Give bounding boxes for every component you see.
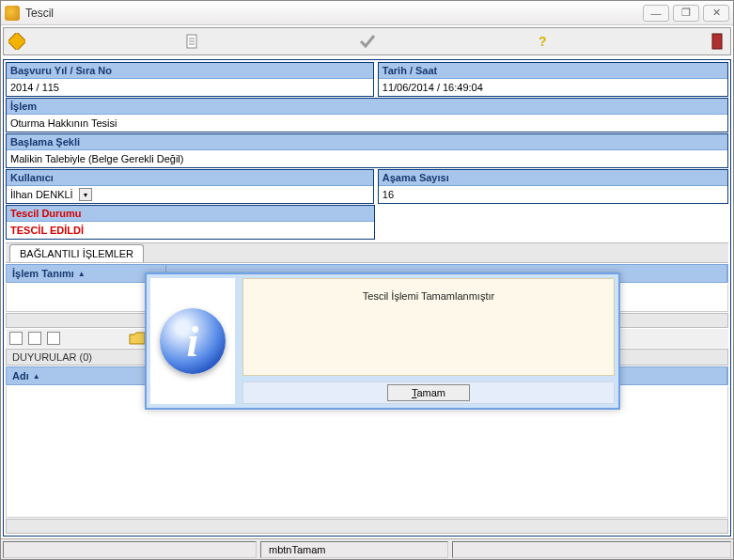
- maximize-button[interactable]: ❐: [673, 5, 699, 22]
- statusbar: mbtnTamam: [1, 538, 733, 559]
- dialog-message: Tescil İşlemi Tamamlanmıştır: [242, 278, 615, 376]
- field-basvuru: Başvuru Yıl / Sıra No 2014 / 115: [6, 62, 374, 97]
- app-icon: [5, 6, 20, 21]
- label-islem: İşlem: [7, 99, 727, 115]
- tool-btn-3[interactable]: [47, 332, 60, 345]
- info-icon: i: [150, 278, 235, 404]
- label-baslama: Başlama Şekli: [7, 134, 727, 150]
- status-cell-text: mbtnTamam: [260, 541, 448, 558]
- ok-button-rest: amam: [416, 387, 445, 398]
- field-asama: Aşama Sayısı 16: [378, 169, 728, 204]
- minimize-button[interactable]: —: [643, 5, 669, 22]
- label-kullanici: Kullanıcı: [7, 170, 373, 186]
- label-tarih: Tarih / Saat: [379, 63, 727, 79]
- value-kullanici[interactable]: İlhan DENKLİ ▾: [7, 186, 373, 203]
- value-tescil-durumu: TESCİL EDİLDİ: [7, 222, 374, 239]
- svg-rect-6: [712, 34, 722, 49]
- titlebar: Tescil — ❐ ✕: [1, 1, 733, 25]
- info-dialog: i Tescil İşlemi Tamamlanmıştır Tamam: [145, 272, 620, 410]
- exit-icon[interactable]: [708, 32, 726, 51]
- sort-asc-icon: ▲: [78, 270, 86, 278]
- label-basvuru: Başvuru Yıl / Sıra No: [7, 63, 373, 79]
- col-islem-tanimi[interactable]: İşlem Tanımı ▲: [7, 265, 166, 282]
- field-islem: İşlem Oturma Hakkının Tesisi: [6, 98, 728, 132]
- window-controls: — ❐ ✕: [643, 5, 729, 22]
- svg-text:?: ?: [539, 34, 547, 49]
- label-asama: Aşama Sayısı: [379, 170, 727, 186]
- field-baslama: Başlama Şekli Malikin Talebiyle (Belge G…: [6, 133, 728, 168]
- application-window: Tescil — ❐ ✕ ?: [0, 0, 734, 560]
- main-toolbar: ?: [3, 27, 731, 55]
- tool-btn-2[interactable]: [28, 332, 41, 345]
- status-cell-1: [3, 541, 257, 558]
- value-basvuru: 2014 / 115: [7, 79, 373, 96]
- value-islem: Oturma Hakkının Tesisi: [7, 115, 727, 132]
- value-asama: 16: [379, 186, 727, 203]
- text-kullanici: İlhan DENKLİ: [10, 189, 73, 200]
- document-icon[interactable]: [182, 32, 201, 51]
- status-cell-3: [452, 541, 731, 558]
- field-tarih: Tarih / Saat 11/06/2014 / 16:49:04: [378, 62, 728, 97]
- help-icon[interactable]: ?: [533, 32, 552, 51]
- value-tarih: 11/06/2014 / 16:49:04: [379, 79, 727, 96]
- tab-strip: BAĞLANTILI İŞLEMLER: [6, 242, 728, 263]
- diamond-icon[interactable]: [8, 32, 26, 51]
- ok-button[interactable]: Tamam: [387, 384, 470, 401]
- check-icon[interactable]: [358, 32, 377, 51]
- svg-rect-0: [8, 33, 25, 50]
- close-button[interactable]: ✕: [703, 5, 729, 22]
- field-kullanici: Kullanıcı İlhan DENKLİ ▾: [6, 169, 374, 204]
- tab-baglantili-islemler[interactable]: BAĞLANTILI İŞLEMLER: [9, 244, 144, 262]
- folder-icon[interactable]: [128, 329, 147, 348]
- value-baslama: Malikin Talebiyle (Belge Gerekli Değil): [7, 150, 727, 167]
- duyurular-scrollbar[interactable]: [6, 519, 728, 534]
- label-tescil-durumu: Tescil Durumu: [7, 206, 374, 222]
- chevron-down-icon[interactable]: ▾: [79, 188, 92, 201]
- window-title: Tescil: [25, 7, 643, 20]
- form-content: Başvuru Yıl / Sıra No 2014 / 115 Tarih /…: [3, 59, 731, 537]
- sort-asc-icon: ▲: [33, 372, 40, 381]
- field-tescil-durumu: Tescil Durumu TESCİL EDİLDİ: [6, 205, 375, 240]
- tool-btn-1[interactable]: [9, 332, 23, 345]
